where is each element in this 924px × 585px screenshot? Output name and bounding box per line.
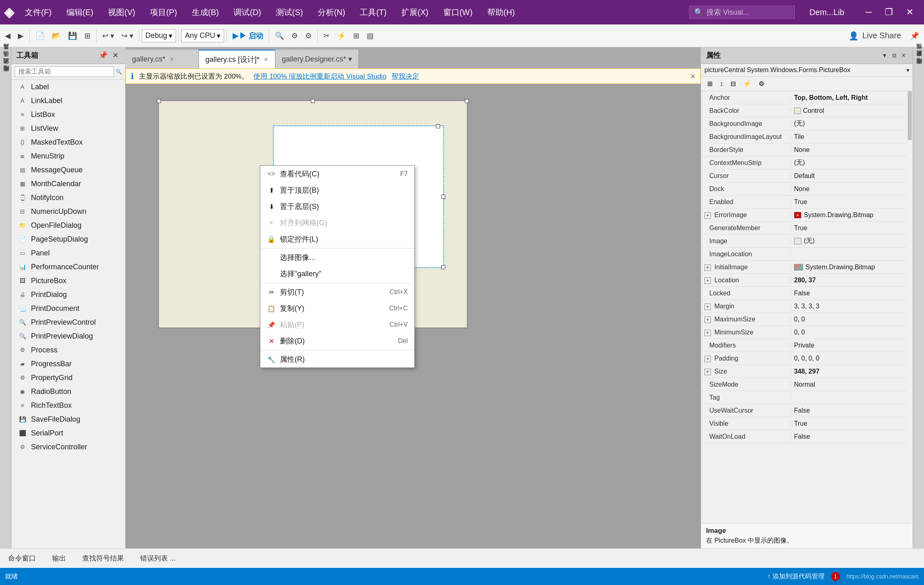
side-label-2[interactable]: 选项	[1, 59, 10, 64]
menu-tools[interactable]: 工具(T)	[352, 4, 394, 20]
toolbox-item-listbox[interactable]: ≡ ListBox	[11, 108, 125, 121]
handle-top-center[interactable]	[311, 99, 315, 103]
toolbox-item-printdialog[interactable]: 🖨 PrintDialog	[11, 288, 125, 301]
toolbox-pin-button[interactable]: 📌	[97, 51, 109, 60]
toolbox-item-serialport[interactable]: ⬛ SerialPort	[11, 426, 125, 440]
prop-row-location[interactable]: + Location 280, 37	[701, 274, 907, 287]
toolbar-extra-3[interactable]: ⚙	[302, 30, 315, 42]
toolbox-item-printpreviewcontrol[interactable]: 🔍 PrintPreviewControl	[11, 315, 125, 329]
prop-row-borderstyle[interactable]: BorderStyle None	[701, 143, 907, 156]
toolbox-item-messagequeue[interactable]: ▤ MessageQueue	[11, 163, 125, 177]
prop-row-tag[interactable]: Tag	[701, 391, 907, 404]
prop-row-visible[interactable]: Visible True	[701, 417, 907, 430]
toolbar-extra-1[interactable]: 🔍	[272, 30, 287, 42]
toolbox-item-savefiledialog[interactable]: 💾 SaveFileDialog	[11, 412, 125, 426]
toolbox-search-input[interactable]	[15, 66, 114, 77]
pb-handle-top-right[interactable]	[436, 124, 440, 128]
bottom-tab-output[interactable]: 输出	[49, 552, 69, 565]
tab-gallery-designer-dropdown[interactable]: ▾	[348, 55, 352, 64]
toolbox-item-progressbar[interactable]: ▰ ProgressBar	[11, 357, 125, 371]
prop-undock-button[interactable]: ⧉	[891, 52, 898, 59]
tab-gallery-design-close[interactable]: ✕	[264, 56, 268, 63]
prop-row-image[interactable]: Image (无)	[701, 235, 907, 248]
prop-row-padding[interactable]: + Padding 0, 0, 0, 0	[701, 352, 907, 365]
prop-row-backcolor[interactable]: BackColor Control	[701, 104, 907, 117]
margin-expand-icon[interactable]: +	[704, 303, 711, 310]
toolbox-item-pagesetupdialog[interactable]: 📄 PageSetupDialog	[11, 232, 125, 246]
toolbox-item-notifyicon[interactable]: ⌚ NotifyIcon	[11, 191, 125, 205]
toolbox-close-button[interactable]: ✕	[111, 51, 120, 60]
menu-test[interactable]: 测试(S)	[268, 4, 310, 20]
toolbox-item-openfiledialog[interactable]: 📁 OpenFileDialog	[11, 218, 125, 232]
prop-row-cursor[interactable]: Cursor Default	[701, 169, 907, 183]
info-link2[interactable]: 帮我决定	[392, 72, 419, 81]
ctx-copy[interactable]: 📋 复制(Y) Ctrl+C	[260, 300, 414, 317]
toolbox-item-listview[interactable]: ⊞ ListView	[11, 121, 125, 135]
menu-extensions[interactable]: 扩展(X)	[394, 4, 436, 20]
prop-categorized-button[interactable]: ⊞	[704, 78, 715, 89]
toolbox-item-linklabel[interactable]: A LinkLabel	[11, 94, 125, 108]
initialimage-expand-icon[interactable]: +	[704, 264, 711, 271]
tab-gallery-cs-close[interactable]: ✕	[169, 56, 174, 62]
prop-events-button[interactable]: ⚡	[740, 78, 754, 89]
toolbox-item-maskedtextbox[interactable]: () MaskedTextBox	[11, 135, 125, 149]
ctx-send-to-back[interactable]: ⬇ 置于底层(S)	[260, 198, 414, 215]
prop-row-minimumsize[interactable]: + MinimumSize 0, 0	[701, 326, 907, 339]
prop-properties-button[interactable]: ⊟	[728, 78, 739, 89]
bottom-tab-command[interactable]: 命令窗口	[5, 552, 39, 565]
right-side-label-1[interactable]: 属性	[914, 51, 923, 56]
forward-button[interactable]: ▶	[15, 30, 27, 42]
toolbox-item-picturebox[interactable]: 🖼 PictureBox	[11, 274, 125, 288]
toolbox-item-label[interactable]: A Label	[11, 80, 125, 94]
toolbox-item-richtextbox[interactable]: ≡ RichTextBox	[11, 398, 125, 412]
toolbox-item-printdocument[interactable]: 📃 PrintDocument	[11, 301, 125, 315]
ctx-cut[interactable]: ✂ 剪切(T) Ctrl+X	[260, 284, 414, 300]
info-close-button[interactable]: ✕	[690, 73, 695, 80]
ctx-align-to-grid[interactable]: + 对齐到网格(G)	[260, 215, 414, 231]
ctx-select-gallery[interactable]: 选择"gallery"	[260, 266, 414, 282]
side-label-3[interactable]: 浏览器	[1, 66, 10, 71]
info-link[interactable]: 使用 100% 缩放比例重新启动 Visual Studio	[253, 72, 387, 81]
right-side-label-3[interactable]: 略缩图	[914, 66, 923, 71]
tab-gallery-design[interactable]: gallery.cs [设计]* ✕	[199, 50, 275, 68]
open-button[interactable]: 📂	[48, 30, 64, 42]
menu-edit[interactable]: 编辑(E)	[59, 4, 101, 20]
back-button[interactable]: ◀	[2, 30, 14, 42]
side-label-1[interactable]: 工具箱	[1, 51, 10, 56]
prop-row-waitonload[interactable]: WaitOnLoad False	[701, 430, 907, 443]
undo-button[interactable]: ↩ ▾	[99, 30, 117, 42]
prop-row-usewaitcursor[interactable]: UseWaitCursor False	[701, 404, 907, 417]
ctx-select-image[interactable]: 选择图像...	[260, 249, 414, 266]
side-label-4[interactable]: 略缩图	[1, 73, 10, 78]
cpu-dropdown[interactable]: Any CPU ▾	[181, 29, 224, 42]
properties-scroll-thumb[interactable]	[908, 91, 912, 140]
minimumsize-expand-icon[interactable]: +	[704, 330, 711, 336]
search-input[interactable]	[706, 8, 780, 17]
prop-row-bgimage[interactable]: BackgroundImage (无)	[701, 117, 907, 130]
handle-top-right[interactable]	[465, 99, 469, 103]
menu-file[interactable]: 文件(F)	[18, 4, 59, 20]
menu-view[interactable]: 视图(V)	[101, 4, 143, 20]
toolbar-extra-2[interactable]: ⚙	[288, 30, 301, 42]
debug-mode-dropdown[interactable]: Debug ▾	[142, 29, 176, 42]
prop-row-imagelocation[interactable]: ImageLocation	[701, 248, 907, 261]
prop-row-margin[interactable]: + Margin 3, 3, 3, 3	[701, 300, 907, 313]
toolbar-edit-4[interactable]: ▤	[363, 30, 377, 42]
prop-row-anchor[interactable]: Anchor Top, Bottom, Left, Right	[701, 91, 907, 104]
menu-debug[interactable]: 调试(D)	[226, 4, 268, 20]
restore-button[interactable]: ❐	[878, 5, 900, 19]
toolbar-edit-3[interactable]: ⊞	[350, 30, 363, 42]
ctx-bring-to-front[interactable]: ⬆ 置于顶层(B)	[260, 182, 414, 198]
close-button[interactable]: ✕	[900, 5, 920, 19]
prop-pin-button[interactable]: ▼	[880, 52, 889, 59]
redo-button[interactable]: ↪ ▾	[118, 30, 136, 42]
properties-scrollbar[interactable]	[907, 91, 913, 523]
save-button[interactable]: 💾	[65, 30, 80, 42]
menu-analyze[interactable]: 分析(N)	[310, 4, 353, 20]
prop-row-errorimage[interactable]: + ErrorImage ✕ System.Drawing.Bitmap	[701, 209, 907, 222]
toolbox-item-menustrip[interactable]: ≣ MenuStrip	[11, 149, 125, 163]
toolbox-item-printpreviewdialog[interactable]: 🔍 PrintPreviewDialog	[11, 329, 125, 343]
errorimage-expand-icon[interactable]: +	[704, 212, 711, 219]
menu-project[interactable]: 项目(P)	[143, 4, 185, 20]
toolbox-item-performancecounter[interactable]: 📊 PerformanceCounter	[11, 260, 125, 274]
